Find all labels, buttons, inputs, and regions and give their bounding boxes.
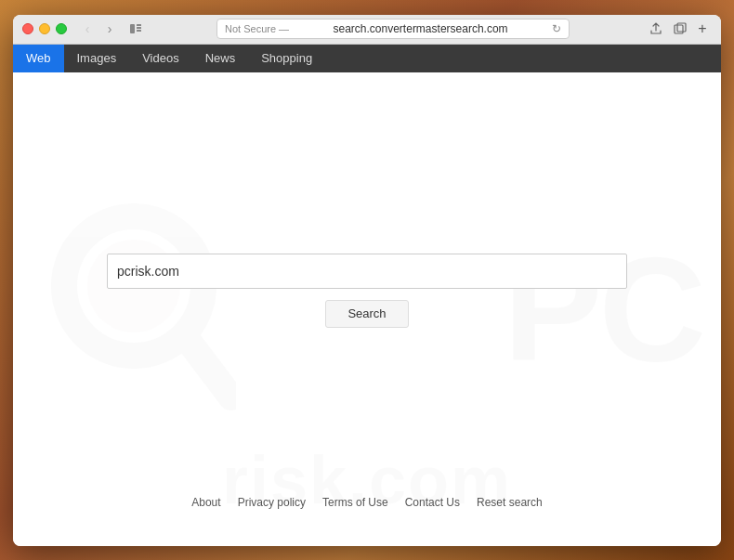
title-bar-actions: + <box>645 20 712 38</box>
tab-news[interactable]: News <box>192 45 249 72</box>
tab-videos[interactable]: Videos <box>129 45 192 72</box>
footer-about[interactable]: About <box>191 496 220 509</box>
footer-links: About Privacy policy Terms of Use Contac… <box>13 496 721 509</box>
url-text: search.convertermastersearch.com <box>295 22 546 35</box>
nav-bar: Web Images Videos News Shopping <box>13 45 721 72</box>
tab-images[interactable]: Images <box>64 45 130 72</box>
svg-rect-3 <box>137 30 141 32</box>
browser-window: ‹ › Not Secure — search.convertermasters… <box>13 15 721 546</box>
search-input[interactable] <box>107 254 627 289</box>
reader-view-button[interactable] <box>126 20 145 38</box>
svg-rect-5 <box>677 23 686 32</box>
tab-shopping[interactable]: Shopping <box>248 45 325 72</box>
forward-button[interactable]: › <box>100 20 119 38</box>
title-bar: ‹ › Not Secure — search.convertermasters… <box>13 15 721 45</box>
minimize-button[interactable] <box>39 23 50 34</box>
not-secure-label: Not Secure — <box>225 23 289 34</box>
footer-contact[interactable]: Contact Us <box>405 496 460 509</box>
footer-reset[interactable]: Reset search <box>477 496 543 509</box>
svg-rect-1 <box>137 24 141 26</box>
reload-button[interactable]: ↻ <box>552 22 561 35</box>
svg-rect-4 <box>675 25 683 33</box>
page-content: PC risk.com Search About Privacy policy … <box>13 72 721 546</box>
svg-rect-2 <box>137 27 141 29</box>
svg-line-8 <box>188 340 231 397</box>
footer-terms[interactable]: Terms of Use <box>322 496 388 509</box>
back-button[interactable]: ‹ <box>78 20 97 38</box>
new-window-button[interactable] <box>671 20 689 38</box>
svg-rect-0 <box>130 24 135 33</box>
tab-web[interactable]: Web <box>13 45 64 72</box>
maximize-button[interactable] <box>56 23 67 34</box>
address-bar-container: Not Secure — search.convertermastersearc… <box>151 19 636 39</box>
nav-arrows: ‹ › <box>78 20 119 38</box>
address-bar[interactable]: Not Secure — search.convertermastersearc… <box>216 19 570 39</box>
close-button[interactable] <box>22 23 33 34</box>
search-form: Search <box>107 254 627 328</box>
share-button[interactable] <box>647 20 665 38</box>
footer-privacy[interactable]: Privacy policy <box>238 496 306 509</box>
search-button[interactable]: Search <box>325 300 409 328</box>
new-tab-button[interactable]: + <box>693 20 712 38</box>
